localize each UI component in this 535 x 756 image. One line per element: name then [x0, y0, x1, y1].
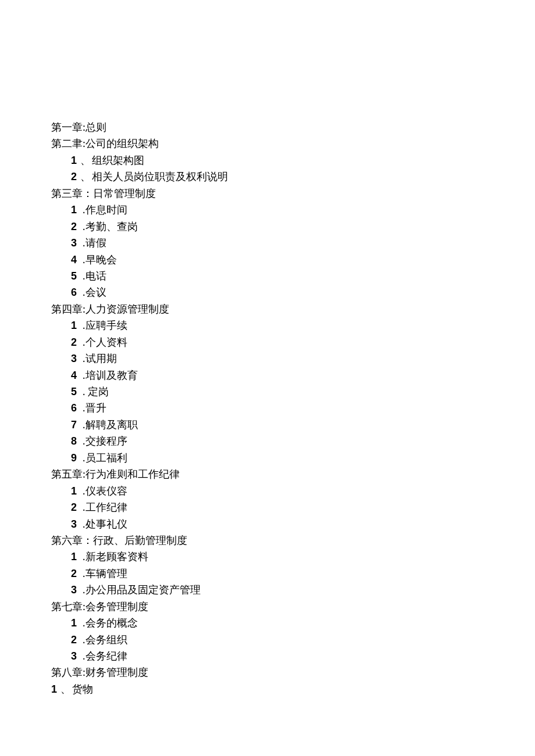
toc-item: 2.个人资料 — [51, 334, 535, 350]
toc-item-text: 会务组织 — [85, 634, 127, 646]
chapter-title: 第八章:财务管理制度 — [51, 664, 535, 680]
toc-item-text: 会务的概念 — [85, 617, 138, 629]
toc-item-number: 2 — [71, 499, 79, 515]
toc-item-text: 交接程序 — [85, 435, 127, 447]
toc-item-text: 定岗 — [85, 386, 109, 397]
toc-item-number: 4 — [71, 252, 79, 268]
toc-item: 5. 定岗 — [51, 384, 535, 400]
toc-item: 1.会务的概念 — [51, 615, 535, 631]
toc-item-number: 3 — [71, 350, 79, 367]
toc-item-text: 办公用品及固定资产管理 — [85, 584, 201, 596]
toc-item: 3.会务纪律 — [51, 648, 535, 664]
toc-item-text: 处事礼仪 — [85, 518, 127, 530]
toc-item-text: 会务纪律 — [85, 650, 127, 662]
toc-item: 2.考勤、查岗 — [51, 218, 535, 235]
toc-item-text: 会议 — [85, 286, 106, 298]
toc-item-text: 相关人员岗位职责及权利说明 — [92, 171, 228, 182]
toc-item-number: 5 — [71, 384, 79, 400]
toc-item: 2.车辆管理 — [51, 565, 535, 582]
toc-item-text: 组织架构图 — [92, 155, 144, 166]
toc-item: 2、相关人员岗位职责及权利说明 — [51, 169, 535, 185]
toc-item-text: 培训及教育 — [85, 370, 138, 381]
toc-item-number: 6 — [71, 400, 79, 416]
toc-item-number: 3 — [71, 582, 79, 598]
toc-item-text: 请假 — [85, 237, 106, 249]
toc-item-number: 1 — [71, 202, 79, 218]
toc-item: 1、组织架构图 — [51, 152, 535, 169]
toc-item-text: 试用期 — [85, 353, 117, 364]
toc-item-text: 考勤、查岗 — [85, 221, 138, 232]
toc-item-text: 早晚会 — [85, 254, 117, 266]
toc-item-number: 2 — [71, 565, 79, 582]
chapter-title: 第七章:会务管理制度 — [51, 599, 535, 615]
toc-item-number: 2 — [71, 169, 79, 185]
toc-item-text: 个人资料 — [85, 336, 127, 348]
toc-item: 3.试用期 — [51, 350, 535, 367]
chapter-title: 第四章:人力资源管理制度 — [51, 301, 535, 317]
toc-item: 5.电话 — [51, 268, 535, 284]
chapter-title: 第三章：日常管理制度 — [51, 185, 535, 202]
toc-item: 8.交接程序 — [51, 433, 535, 449]
toc-item: 1.应聘手续 — [51, 317, 535, 334]
toc-item-number: 3 — [71, 648, 79, 664]
toc-item-number: 6 — [71, 284, 79, 300]
toc-item: 2.会务组织 — [51, 632, 535, 648]
toc-item: 1.新老顾客资料 — [51, 549, 535, 565]
toc-item: 1、货物 — [51, 681, 535, 697]
toc-item-number: 1 — [71, 549, 79, 565]
toc-item: 3.办公用品及固定资产管理 — [51, 582, 535, 598]
toc-item-text: 仪表仪容 — [85, 485, 127, 497]
toc-item-number: 5 — [71, 268, 79, 284]
toc-item-number: 9 — [71, 450, 79, 466]
toc-item-number: 2 — [71, 632, 79, 648]
chapter-title: 第五章:行为准则和工作纪律 — [51, 466, 535, 482]
toc-item-number: 7 — [71, 417, 79, 433]
chapter-title: 第一章:总则 — [51, 119, 535, 135]
toc-item-number: 4 — [71, 367, 79, 384]
toc-item: 1.作息时间 — [51, 202, 535, 218]
chapter-title: 第二聿:公司的组织架构 — [51, 135, 535, 152]
toc-item-number: 1 — [71, 317, 79, 334]
toc-item: 9.员工福利 — [51, 450, 535, 466]
toc-item: 3.请假 — [51, 235, 535, 251]
toc-item-text: 车辆管理 — [85, 568, 127, 579]
toc-item: 4.培训及教育 — [51, 367, 535, 384]
toc-item-text: 电话 — [85, 270, 106, 282]
toc-item-number: 2 — [71, 218, 79, 235]
chapter-title: 第六章：行政、后勤管理制度 — [51, 532, 535, 549]
toc-item-number: 1 — [71, 615, 79, 631]
toc-item-text: 新老顾客资料 — [85, 551, 148, 562]
toc-item-number: 3 — [71, 235, 79, 251]
toc-item-separator: 、 — [80, 155, 91, 166]
toc-item: 6.会议 — [51, 284, 535, 300]
toc-item-number: 2 — [71, 334, 79, 350]
toc-item: 2.工作纪律 — [51, 499, 535, 515]
toc-item: 3.处事礼仪 — [51, 516, 535, 532]
toc-item-text: 解聘及离职 — [85, 419, 138, 431]
toc-item-text: 作息时间 — [85, 204, 127, 216]
toc-item-separator: 、 — [80, 171, 91, 182]
toc-item-number: 8 — [71, 433, 79, 449]
toc-item-text: 员工福利 — [85, 452, 127, 464]
toc-item-text: 应聘手续 — [85, 320, 127, 331]
toc-item-separator: 、 — [60, 683, 71, 695]
toc-item: 4.早晚会 — [51, 252, 535, 268]
toc-item-number: 1 — [71, 483, 79, 499]
toc-item-text: 货物 — [72, 683, 93, 695]
toc-item-text: 晋升 — [85, 402, 106, 414]
toc-item-number: 3 — [71, 516, 79, 532]
document-body: 第一章:总则第二聿:公司的组织架构1、组织架构图2、相关人员岗位职责及权利说明第… — [51, 119, 535, 697]
toc-item-text: 工作纪律 — [85, 501, 127, 513]
toc-item: 1.仪表仪容 — [51, 483, 535, 499]
toc-item-number: 1 — [71, 152, 79, 169]
toc-item-number: 1 — [51, 681, 59, 697]
toc-item: 6.晋升 — [51, 400, 535, 416]
toc-item: 7.解聘及离职 — [51, 417, 535, 433]
